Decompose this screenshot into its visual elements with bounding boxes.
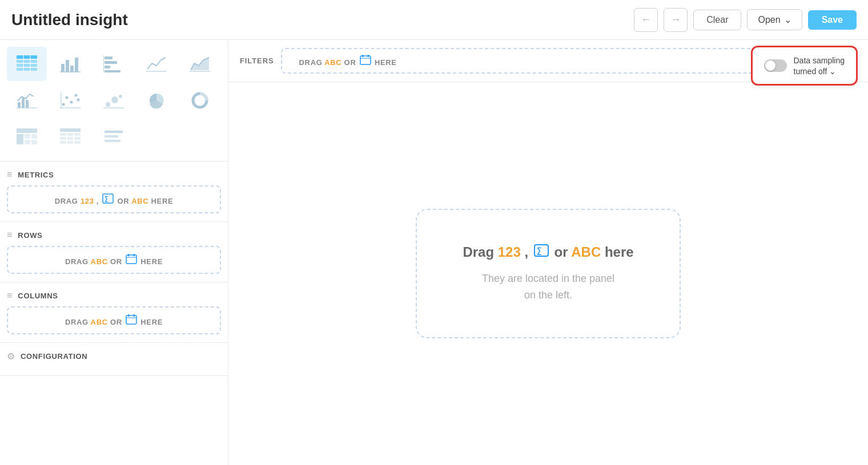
empty-drag-text: Drag <box>463 244 497 260</box>
metrics-icon: ≡ <box>7 169 12 180</box>
svg-point-25 <box>70 101 73 104</box>
metrics-sum-icon: ∑ <box>101 193 115 204</box>
data-sampling-text: Data sampling <box>794 55 845 67</box>
chart-combo-button[interactable] <box>7 83 47 118</box>
svg-rect-19 <box>18 102 21 108</box>
svg-point-27 <box>77 99 79 102</box>
chart-table2-button[interactable] <box>50 120 90 154</box>
columns-drag-text: DRAG <box>65 318 91 326</box>
empty-123-tag: 123 <box>498 244 521 260</box>
sidebar: ≡ METRICS DRAG 123 , ∑ OR ABC HERE ≡ ROW… <box>0 40 228 465</box>
metrics-or: OR <box>115 197 131 205</box>
rows-icon: ≡ <box>7 230 12 240</box>
chart-hbar-button[interactable] <box>94 47 134 81</box>
metrics-123-tag: 123 <box>81 197 94 205</box>
svg-rect-43 <box>60 133 66 136</box>
filters-drop-zone[interactable]: DRAG ABC OR HERE <box>281 48 828 74</box>
svg-rect-36 <box>17 128 37 133</box>
columns-drop-zone[interactable]: DRAG ABC OR HERE <box>7 306 221 334</box>
filter-cal-icon <box>359 55 372 65</box>
data-sampling-chevron-icon: ⌄ <box>829 67 836 76</box>
data-sampling-box: Data sampling turned off ⌄ <box>751 46 858 86</box>
svg-rect-65 <box>360 56 371 64</box>
svg-point-31 <box>111 96 118 103</box>
svg-text:∑: ∑ <box>537 246 541 255</box>
svg-rect-14 <box>105 70 120 72</box>
empty-state-title: Drag 123 , ∑ or ABC here <box>463 244 633 260</box>
svg-point-23 <box>62 103 65 106</box>
metrics-comma: , <box>94 197 102 205</box>
svg-rect-60 <box>134 254 135 256</box>
svg-rect-9 <box>75 58 78 72</box>
svg-rect-2 <box>17 64 37 67</box>
svg-rect-63 <box>128 314 130 317</box>
rows-title: ROWS <box>18 231 42 240</box>
columns-cal-icon <box>124 314 138 325</box>
chart-scatter-button[interactable] <box>50 83 90 118</box>
chart-pie-button[interactable] <box>136 83 176 118</box>
empty-sum-icon: ∑ <box>532 244 550 257</box>
header-actions: ← → Clear Open ⌄ Save <box>634 8 857 32</box>
chart-bar-button[interactable] <box>50 47 90 81</box>
svg-rect-52 <box>105 131 123 133</box>
svg-rect-54 <box>105 140 120 142</box>
svg-point-24 <box>65 96 68 99</box>
svg-rect-13 <box>105 66 110 68</box>
chart-bubble-button[interactable] <box>94 83 134 118</box>
columns-abc-tag: ABC <box>91 318 108 326</box>
svg-rect-46 <box>60 137 66 140</box>
svg-rect-51 <box>74 141 81 144</box>
svg-rect-21 <box>26 100 29 108</box>
undo-button[interactable]: ← <box>634 8 658 32</box>
columns-or: OR <box>108 318 124 326</box>
filter-or: OR <box>341 58 358 67</box>
header: Untitled insight ← → Clear Open ⌄ Save <box>0 0 868 40</box>
chart-pivot-button[interactable] <box>7 120 47 154</box>
metrics-drag-text: DRAG <box>55 197 81 205</box>
empty-here: here <box>601 244 633 260</box>
svg-rect-0 <box>17 55 37 59</box>
filter-here: HERE <box>372 58 397 67</box>
rows-here: HERE <box>138 257 163 266</box>
chart-text-button[interactable] <box>94 120 134 154</box>
svg-rect-53 <box>105 135 118 138</box>
chart-table-button[interactable] <box>7 47 47 81</box>
chart-line-button[interactable] <box>136 47 176 81</box>
svg-rect-45 <box>74 133 81 136</box>
filter-drag-text: DRAG <box>299 58 325 67</box>
metrics-here: HERE <box>148 197 173 205</box>
svg-rect-61 <box>126 316 136 324</box>
data-sampling-toggle[interactable] <box>764 59 787 72</box>
columns-section: ≡ COLUMNS DRAG ABC OR HERE <box>0 282 228 343</box>
empty-comma: , <box>521 244 532 260</box>
svg-rect-59 <box>128 254 130 256</box>
columns-here: HERE <box>138 318 163 326</box>
data-sampling-status: turned off <box>794 67 827 76</box>
svg-rect-48 <box>74 137 81 140</box>
data-sampling-dropdown[interactable]: turned off ⌄ <box>794 67 845 76</box>
chart-area-button[interactable] <box>180 47 220 81</box>
filters-label: FILTERS <box>240 56 274 65</box>
rows-drag-text: DRAG <box>65 257 91 266</box>
clear-button[interactable]: Clear <box>693 10 741 30</box>
open-label: Open <box>758 15 780 25</box>
redo-button[interactable]: → <box>664 8 688 32</box>
svg-rect-11 <box>105 56 112 59</box>
chart-donut-button[interactable] <box>180 83 220 118</box>
svg-rect-64 <box>134 314 135 317</box>
svg-text:∑: ∑ <box>105 195 108 203</box>
svg-rect-42 <box>60 128 81 132</box>
metrics-drop-zone[interactable]: DRAG 123 , ∑ OR ABC HERE <box>7 185 221 213</box>
svg-rect-67 <box>362 55 364 57</box>
rows-drop-zone[interactable]: DRAG ABC OR HERE <box>7 246 221 274</box>
rows-abc-tag: ABC <box>91 257 108 266</box>
save-button[interactable]: Save <box>808 10 857 30</box>
svg-rect-57 <box>126 255 136 264</box>
svg-rect-41 <box>31 140 37 144</box>
empty-state-box: Drag 123 , ∑ or ABC here They are locate… <box>416 209 680 339</box>
open-button[interactable]: Open ⌄ <box>747 9 802 30</box>
svg-rect-50 <box>67 141 73 144</box>
svg-rect-37 <box>17 134 23 144</box>
svg-rect-12 <box>105 61 117 64</box>
svg-rect-49 <box>60 141 66 144</box>
